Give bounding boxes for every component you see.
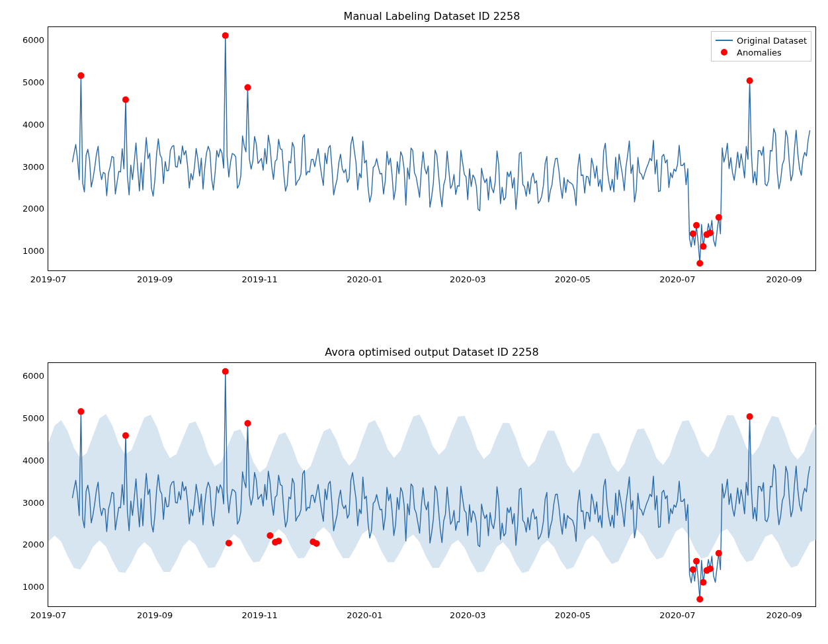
legend-label: Original Dataset — [737, 36, 807, 46]
anomaly-marker — [313, 540, 320, 547]
anomaly-marker — [77, 408, 84, 415]
legend-item-anomalies: Anomalies — [716, 46, 807, 58]
anomaly-marker — [245, 84, 251, 91]
x-tick-label: 2020-07 — [659, 270, 695, 284]
y-tick-label: 4000 — [22, 455, 48, 465]
y-tick-label: 2000 — [22, 204, 48, 214]
figure: Manual Labeling Dataset ID 2258 Original… — [0, 0, 828, 644]
x-tick-label: 2020-01 — [347, 606, 382, 620]
series-original-dataset — [72, 36, 809, 263]
y-tick-label: 5000 — [22, 413, 48, 423]
x-tick-label: 2020-07 — [659, 606, 695, 620]
anomaly-marker — [267, 532, 273, 539]
x-tick-label: 2019-09 — [137, 270, 173, 284]
anomaly-marker — [693, 558, 700, 565]
anomaly-marker — [77, 72, 84, 79]
anomaly-marker — [275, 538, 282, 544]
anomaly-marker — [690, 231, 696, 237]
chart-title: Manual Labeling Dataset ID 2258 — [48, 10, 815, 22]
anomaly-marker — [222, 368, 229, 375]
legend-label: Anomalies — [737, 48, 782, 58]
chart-title: Avora optimised output Dataset ID 2258 — [48, 346, 815, 358]
anomaly-marker — [707, 229, 714, 236]
y-tick-label: 1000 — [22, 582, 48, 592]
anomaly-marker — [747, 77, 753, 84]
y-tick-label: 2000 — [22, 540, 48, 549]
chart-avora-output: Avora optimised output Dataset ID 2258 1… — [48, 362, 816, 607]
x-tick-label: 2019-09 — [137, 606, 173, 620]
x-tick-label: 2020-05 — [555, 606, 591, 620]
anomaly-marker — [122, 432, 129, 439]
y-tick-label: 4000 — [22, 119, 48, 129]
anomaly-marker — [707, 565, 714, 572]
x-tick-label: 2019-11 — [242, 606, 278, 620]
legend-line-icon — [716, 40, 733, 41]
x-tick-label: 2020-03 — [450, 270, 485, 284]
x-tick-label: 2020-05 — [555, 270, 591, 284]
confidence-band — [48, 414, 817, 573]
anomaly-marker — [122, 97, 129, 103]
anomaly-marker — [700, 579, 706, 586]
x-tick-label: 2019-07 — [30, 270, 66, 284]
anomaly-marker — [716, 214, 722, 221]
anomaly-marker — [226, 540, 232, 546]
anomaly-marker — [700, 243, 706, 250]
y-tick-label: 6000 — [22, 35, 48, 45]
anomaly-marker — [222, 32, 229, 39]
x-tick-label: 2019-11 — [242, 270, 278, 284]
y-tick-label: 6000 — [22, 371, 48, 381]
legend-dot-icon — [721, 49, 727, 56]
chart-canvas — [48, 363, 817, 608]
x-tick-label: 2020-03 — [450, 606, 485, 620]
anomaly-marker — [747, 413, 753, 420]
chart-canvas — [48, 27, 817, 272]
y-tick-label: 1000 — [22, 246, 48, 256]
anomaly-marker — [693, 222, 700, 229]
legend: Original Dataset Anomalies — [711, 31, 811, 61]
anomaly-marker — [716, 550, 722, 557]
anomaly-marker — [696, 596, 703, 602]
anomaly-marker — [690, 567, 696, 573]
x-tick-label: 2020-09 — [766, 270, 802, 284]
y-tick-label: 5000 — [22, 77, 48, 87]
y-tick-label: 3000 — [22, 497, 48, 507]
x-tick-label: 2019-07 — [30, 606, 66, 620]
y-tick-label: 3000 — [22, 161, 48, 171]
anomaly-marker — [696, 260, 703, 266]
x-tick-label: 2020-09 — [766, 606, 802, 620]
x-tick-label: 2020-01 — [347, 270, 382, 284]
chart-manual-labeling: Manual Labeling Dataset ID 2258 Original… — [48, 26, 816, 271]
legend-item-line: Original Dataset — [716, 34, 807, 46]
anomaly-marker — [245, 420, 251, 426]
